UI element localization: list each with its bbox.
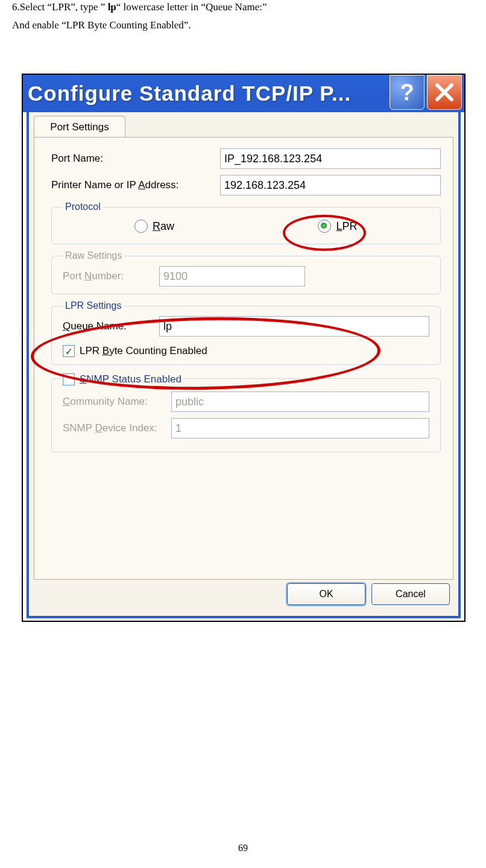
instruction-line-2: And enable “LPR Byte Counting Enabled”. <box>12 19 486 31</box>
port-name-label: Port Name: <box>51 153 220 165</box>
raw-radio[interactable] <box>134 220 148 233</box>
window-title: Configure Standard TCP/IP P... <box>28 81 390 106</box>
close-icon <box>435 83 453 101</box>
port-number-input <box>159 266 305 287</box>
device-index-label: SNMP Device Index: <box>63 422 171 434</box>
printer-address-label: Printer Name or IP Address: <box>51 179 220 191</box>
lpr-byte-counting-checkbox[interactable] <box>63 345 75 357</box>
close-button[interactable] <box>427 75 462 110</box>
raw-settings-group: Raw Settings Port Number: <box>51 250 441 294</box>
lpr-settings-legend: LPR Settings <box>63 300 124 311</box>
lpr-byte-counting-label: LPR Byte Counting Enabled <box>80 345 207 357</box>
lpr-settings-group: LPR Settings Queue Name: LPR Byte Counti… <box>51 300 441 365</box>
port-settings-panel: Port Name: Printer Name or IP Address: P… <box>34 137 453 580</box>
raw-radio-label: Raw <box>153 220 174 233</box>
protocol-legend: Protocol <box>63 201 103 212</box>
raw-settings-legend: Raw Settings <box>63 250 124 261</box>
protocol-group: Protocol Raw LPR <box>51 201 441 244</box>
lpr-radio-label: LPR <box>336 220 357 233</box>
printer-address-input[interactable] <box>220 175 441 195</box>
queue-name-input[interactable] <box>159 316 429 337</box>
snmp-status-checkbox[interactable] <box>63 373 75 385</box>
device-index-input <box>171 418 429 439</box>
help-button[interactable]: ? <box>390 75 424 110</box>
tab-port-settings[interactable]: Port Settings <box>34 116 125 138</box>
instruction-line-1: 6.Select “LPR”, type ” lp“ lowercase let… <box>12 1 486 13</box>
port-name-input[interactable] <box>220 148 441 169</box>
titlebar[interactable]: Configure Standard TCP/IP P... ? <box>23 75 464 112</box>
lpr-radio[interactable] <box>318 220 331 233</box>
cancel-button[interactable]: Cancel <box>371 583 450 605</box>
page-number: 69 <box>0 843 486 854</box>
ok-button[interactable]: OK <box>287 583 365 605</box>
community-name-input <box>171 391 429 412</box>
port-number-label: Port Number: <box>63 270 159 282</box>
community-name-label: Community Name: <box>63 396 171 408</box>
tcpip-port-dialog: Configure Standard TCP/IP P... ? Port Se… <box>22 74 465 622</box>
queue-name-label: Queue Name: <box>63 320 159 332</box>
snmp-group: SNMP Status Enabled Community Name: SNMP… <box>51 371 441 452</box>
snmp-status-label: SNMP Status Enabled <box>80 373 181 385</box>
